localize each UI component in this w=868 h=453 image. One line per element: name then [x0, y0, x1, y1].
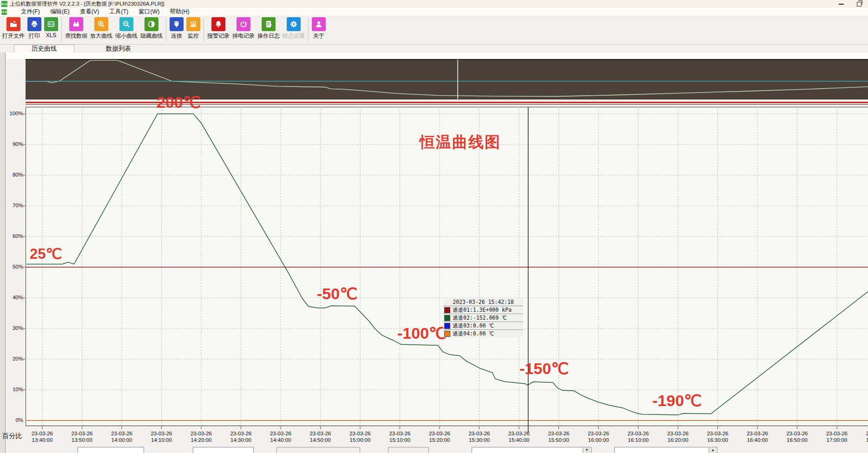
toolbar-label: 缩小曲线 — [115, 32, 138, 40]
cursor-tooltip: 2023-03-26 15:42:18 通道01:1.3E+000 kPa通道0… — [443, 298, 523, 337]
menu-item-4[interactable]: 窗口(W) — [133, 8, 164, 16]
y-tick-label: 10% — [3, 387, 23, 392]
toolbar: 打开文件打印XLSXLS查找数据放大曲线缩小曲线隐藏曲线连接监控报警记录掉电记录… — [0, 16, 868, 45]
x-tick-label: 23-03-2615:40:00 — [500, 430, 539, 443]
spinner-up-icon[interactable]: ▲ — [709, 448, 717, 453]
toolbar-label: 放大曲线 — [90, 32, 112, 40]
export-xls-button[interactable]: XLSXLS — [43, 17, 59, 39]
toolbar-separator — [166, 18, 166, 42]
toolbar-label: 操作日志 — [257, 32, 280, 40]
menu-item-3[interactable]: 工具(T) — [104, 8, 133, 16]
y-tick-label: 100% — [3, 111, 23, 116]
menu-item-5[interactable]: 帮助(H) — [164, 8, 194, 16]
channel-value-text: 通道04:0.00 ℃ — [453, 330, 494, 337]
x-tick-label: 23-03-2613:50:00 — [63, 430, 102, 443]
chart-title: 恒温曲线图 — [420, 132, 501, 153]
x-tick-label: 23-03-2614:30:00 — [222, 430, 261, 443]
bottom-button-1[interactable] — [276, 447, 360, 453]
monitor-button[interactable]: 监控 — [185, 17, 201, 40]
x-tick-label: 23-03-2614:00:00 — [102, 430, 141, 443]
print-button[interactable]: 打印 — [26, 17, 42, 40]
toolbar-label: 报警记录 — [207, 32, 230, 40]
restore-button-icon[interactable] — [857, 2, 861, 7]
menu-item-0[interactable]: 文件(F) — [16, 8, 45, 16]
connect-button[interactable]: 连接 — [169, 17, 184, 40]
power-loss-log-button[interactable]: 掉电记录 — [231, 17, 256, 40]
x-tick-label: 23-03-2617:10:00 — [857, 430, 868, 443]
menu-item-2[interactable]: 查看(V) — [75, 8, 105, 16]
annotation-label: -100℃ — [397, 324, 447, 342]
minimize-button-icon[interactable] — [839, 4, 844, 5]
x-tick-label: 23-03-2616:30:00 — [698, 430, 737, 443]
menu-item-1[interactable]: 编辑(E) — [45, 8, 75, 16]
tooltip-timestamp: 2023-03-26 15:42:18 — [443, 298, 523, 306]
window-title: 上位机数据管理软件 V2.2.2.3 - [历史数据 [F:\PLR\23032… — [10, 0, 164, 7]
channel-color-swatch — [444, 307, 450, 313]
x-tick-label: 23-03-2615:10:00 — [381, 430, 420, 443]
title-bar: PLR 上位机数据管理软件 V2.2.2.3 - [历史数据 [F:\PLR\2… — [0, 0, 868, 8]
y-tick-label: 30% — [3, 325, 23, 331]
monitor-icon — [186, 17, 200, 31]
doc-icon — [262, 17, 276, 31]
svg-text:XLS: XLS — [48, 23, 54, 26]
zoom-in-curve-button[interactable]: 放大曲线 — [89, 17, 113, 40]
y-tick-label: 0% — [3, 417, 23, 423]
bottom-dropdown[interactable]: ▼ — [472, 447, 592, 453]
tab-history-curve[interactable]: 历史曲线 — [14, 45, 74, 53]
bell-icon — [211, 17, 225, 31]
channel-color-swatch — [444, 315, 450, 321]
toolbar-label: 查找数据 — [65, 32, 87, 40]
x-tick-label: 23-03-2614:40:00 — [261, 430, 300, 443]
annotation-label: -150℃ — [519, 359, 569, 378]
power-icon — [237, 17, 250, 31]
toolbar-label: 监控 — [188, 32, 199, 40]
plot-area[interactable] — [26, 107, 868, 426]
bottom-spin-input-3[interactable]: ▲ — [614, 447, 717, 453]
toolbar-label: 组态设置 — [283, 32, 305, 40]
bottom-button-2[interactable] — [388, 447, 429, 453]
x-tick-label: 23-03-2615:50:00 — [539, 430, 579, 443]
dropdown-arrow-icon[interactable]: ▼ — [583, 448, 591, 453]
channel-value-text: 通道01:1.3E+000 kPa — [453, 307, 512, 314]
alarm-log-button[interactable]: 报警记录 — [206, 17, 230, 40]
printer-icon — [27, 17, 41, 31]
channel-value-text: 通道03:0.00 ℃ — [453, 322, 494, 329]
plug-icon — [170, 17, 184, 31]
tooltip-channel-row: 通道03:0.00 ℃ — [443, 322, 523, 330]
overview-strip[interactable] — [26, 59, 868, 99]
y-tick-label: 40% — [3, 295, 23, 300]
x-tick-label: 23-03-2616:10:00 — [619, 430, 658, 443]
toolbar-label: 隐藏曲线 — [140, 32, 163, 40]
xls-icon: XLS — [44, 17, 58, 31]
y-tick-label: 70% — [3, 203, 23, 208]
toolbar-separator — [61, 18, 62, 42]
toolbar-label: 打开文件 — [2, 32, 25, 40]
contrast-icon — [145, 17, 158, 31]
hide-curve-button[interactable]: 隐藏曲线 — [139, 17, 164, 40]
x-tick-label: 23-03-2613:40:00 — [23, 430, 62, 443]
bottom-spin-input-1[interactable] — [78, 447, 144, 453]
bottom-spin-input-2[interactable] — [193, 447, 254, 453]
zoomin-icon — [94, 17, 108, 31]
document-icon: PLR — [1, 9, 7, 15]
tab-data-list[interactable]: 数据列表 — [88, 45, 149, 53]
config-setup-button[interactable]: 组态设置 — [282, 17, 306, 40]
tooltip-channel-row: 通道02:-152.069 ℃ — [443, 314, 523, 322]
tab-bar: 历史曲线 数据列表 — [0, 45, 868, 53]
annotation-label: -50℃ — [317, 284, 357, 303]
about-button[interactable]: 关于 — [311, 17, 327, 40]
find-data-button[interactable]: 查找数据 — [64, 17, 88, 40]
channel-value-text: 通道02:-152.069 ℃ — [453, 315, 507, 322]
x-tick-label: 23-03-2617:00:00 — [817, 430, 856, 443]
open-file-button[interactable]: 打开文件 — [1, 17, 26, 40]
x-tick-label: 23-03-2615:30:00 — [460, 430, 499, 443]
operation-log-button[interactable]: 操作日志 — [256, 17, 281, 40]
toolbar-label: 打印 — [29, 32, 40, 40]
x-tick-label: 23-03-2616:00:00 — [579, 430, 618, 443]
zoom-out-curve-button[interactable]: 缩小曲线 — [114, 17, 138, 40]
annotation-label: 200℃ — [157, 93, 201, 112]
toolbar-separator — [308, 18, 309, 42]
x-tick-label: 23-03-2614:20:00 — [182, 430, 221, 443]
x-tick-label: 23-03-2616:50:00 — [778, 430, 817, 443]
y-tick-label: 80% — [3, 172, 23, 177]
